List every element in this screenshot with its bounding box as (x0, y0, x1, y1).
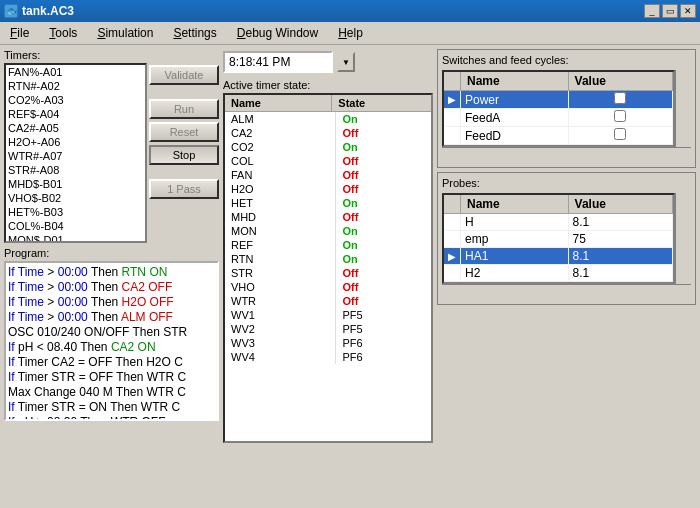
probes-col-arrow (444, 195, 461, 214)
probes-table-wrapper: Name Value H8.1emp75▶HA18.1H28.1 (442, 193, 675, 284)
switches-row[interactable]: FeedD (444, 127, 673, 145)
timer-list-item[interactable]: RTN#-A02 (6, 79, 145, 93)
menu-simulation[interactable]: Simulation (91, 24, 159, 42)
program-line: If Time > 00:00 Then H2O OFF (8, 295, 215, 310)
switch-value[interactable] (568, 109, 672, 127)
timer-list-item[interactable]: STR#-A08 (6, 163, 145, 177)
program-box[interactable]: If Time > 00:00 Then RTN ONIf Time > 00:… (4, 261, 219, 421)
timer-list-item[interactable]: MHD$-B01 (6, 177, 145, 191)
stop-button[interactable]: Stop (149, 145, 219, 165)
minimize-button[interactable]: _ (644, 4, 660, 18)
menu-tools[interactable]: Tools (43, 24, 83, 42)
active-state-row[interactable]: WTROff (225, 294, 431, 308)
timer-list-item[interactable]: CA2#-A05 (6, 121, 145, 135)
probes-col-name: Name (461, 195, 569, 214)
program-section: Program: If Time > 00:00 Then RTN ONIf T… (4, 247, 219, 503)
menu-debug-window[interactable]: Debug Window (231, 24, 324, 42)
probes-scrollbar[interactable] (675, 193, 691, 284)
probes-row[interactable]: emp75 (444, 231, 673, 248)
program-line: If Timer STR = ON Then WTR C (8, 400, 215, 415)
active-state-row[interactable]: H2OOff (225, 182, 431, 196)
switch-checkbox[interactable] (614, 110, 626, 122)
active-state-row[interactable]: CA2Off (225, 126, 431, 140)
switch-name: Power (461, 91, 569, 109)
probes-hscroll[interactable] (442, 284, 691, 300)
switch-value[interactable] (568, 91, 672, 109)
switches-hscroll[interactable] (442, 147, 691, 163)
time-dropdown-button[interactable]: ▼ (337, 52, 355, 72)
active-state-row[interactable]: WV4PF6 (225, 350, 431, 364)
time-input[interactable] (223, 51, 333, 73)
app-icon: 🐟 (4, 4, 18, 18)
program-line: If pH < 08.40 Then CA2 ON (8, 340, 215, 355)
active-state-scroll[interactable]: ALMOnCA2OffCO2OnCOLOffFANOffH2OOffHETOnM… (225, 112, 431, 441)
center-panel: ▼ Active timer state: Name State ALMOnCA… (223, 49, 433, 503)
menu-help[interactable]: Help (332, 24, 369, 42)
timer-list-item[interactable]: COL%-B04 (6, 219, 145, 233)
active-state-row[interactable]: MHDOff (225, 210, 431, 224)
timer-list-item[interactable]: H2O+-A06 (6, 135, 145, 149)
active-state-row[interactable]: STROff (225, 266, 431, 280)
switches-row[interactable]: FeedA (444, 109, 673, 127)
program-line: If Time > 00:00 Then RTN ON (8, 265, 215, 280)
active-state-row[interactable]: VHOOff (225, 280, 431, 294)
timer-list-item[interactable]: MON$-D01 (6, 233, 145, 241)
switch-checkbox[interactable] (614, 92, 626, 104)
active-state-row[interactable]: RTNOn (225, 252, 431, 266)
action-buttons: Validate Run Reset Stop 1 Pass (149, 63, 219, 243)
probe-name: H (461, 214, 569, 231)
timer-list-item[interactable]: CO2%-A03 (6, 93, 145, 107)
active-state-row[interactable]: WV3PF6 (225, 336, 431, 350)
switch-checkbox[interactable] (614, 128, 626, 140)
active-state-row[interactable]: WV2PF5 (225, 322, 431, 336)
run-button[interactable]: Run (149, 99, 219, 119)
active-state-row[interactable]: FANOff (225, 168, 431, 182)
probes-section: Probes: Name Value H8.1emp75▶HA18.1H28.1 (437, 172, 696, 305)
active-state-row[interactable]: HETOn (225, 196, 431, 210)
timer-list-item[interactable]: REF$-A04 (6, 107, 145, 121)
timer-list-item[interactable]: HET%-B03 (6, 205, 145, 219)
program-line: If Time > 00:00 Then CA2 OFF (8, 280, 215, 295)
switch-value[interactable] (568, 127, 672, 145)
menu-file[interactable]: File (4, 24, 35, 42)
right-panel: Switches and feed cycles: Name Value ▶Po… (437, 49, 696, 503)
reset-button[interactable]: Reset (149, 122, 219, 142)
switch-name: FeedD (461, 127, 569, 145)
program-line: If Time > 00:00 Then ALM OFF (8, 310, 215, 325)
close-button[interactable]: ✕ (680, 4, 696, 18)
title-bar-text: tank.AC3 (22, 4, 74, 18)
probes-row[interactable]: H8.1 (444, 214, 673, 231)
switches-row[interactable]: ▶Power (444, 91, 673, 109)
program-line: Max Change 040 M Then WTR C (8, 385, 215, 400)
active-state-row[interactable]: ALMOn (225, 112, 431, 126)
probe-name: H2 (461, 265, 569, 282)
restore-button[interactable]: ▭ (662, 4, 678, 18)
program-label: Program: (4, 247, 219, 259)
left-panel: Timers: FAN%-A01RTN#-A02CO2%-A03REF$-A04… (4, 49, 219, 503)
switches-scrollbar[interactable] (675, 70, 691, 147)
active-state-wrapper: Name State ALMOnCA2OffCO2OnCOLOffFANOffH… (223, 93, 433, 443)
active-state-row[interactable]: CO2On (225, 140, 431, 154)
active-state-label: Active timer state: (223, 79, 433, 91)
timers-list[interactable]: FAN%-A01RTN#-A02CO2%-A03REF$-A04CA2#-A05… (6, 65, 145, 241)
validate-button[interactable]: Validate (149, 65, 219, 85)
timer-list-item[interactable]: FAN%-A01 (6, 65, 145, 79)
menu-settings[interactable]: Settings (167, 24, 222, 42)
active-state-row[interactable]: MONOn (225, 224, 431, 238)
switch-name: FeedA (461, 109, 569, 127)
timer-list-item[interactable]: WTR#-A07 (6, 149, 145, 163)
probe-value: 8.1 (568, 265, 672, 282)
timer-list-item[interactable]: VHO$-B02 (6, 191, 145, 205)
probes-row[interactable]: H28.1 (444, 265, 673, 282)
switches-table: Name Value ▶PowerFeedAFeedD (444, 72, 673, 145)
active-state-row[interactable]: WV1PF5 (225, 308, 431, 322)
active-state-row[interactable]: REFOn (225, 238, 431, 252)
one-pass-button[interactable]: 1 Pass (149, 179, 219, 199)
active-state-row[interactable]: COLOff (225, 154, 431, 168)
switches-col-arrow (444, 72, 461, 91)
probes-row[interactable]: ▶HA18.1 (444, 248, 673, 265)
active-state-table: Name State (225, 95, 431, 112)
col-header-state: State (332, 95, 431, 112)
title-bar: 🐟 tank.AC3 _ ▭ ✕ (0, 0, 700, 22)
active-timer-state-section: Active timer state: Name State ALMOnCA2O… (223, 79, 433, 503)
